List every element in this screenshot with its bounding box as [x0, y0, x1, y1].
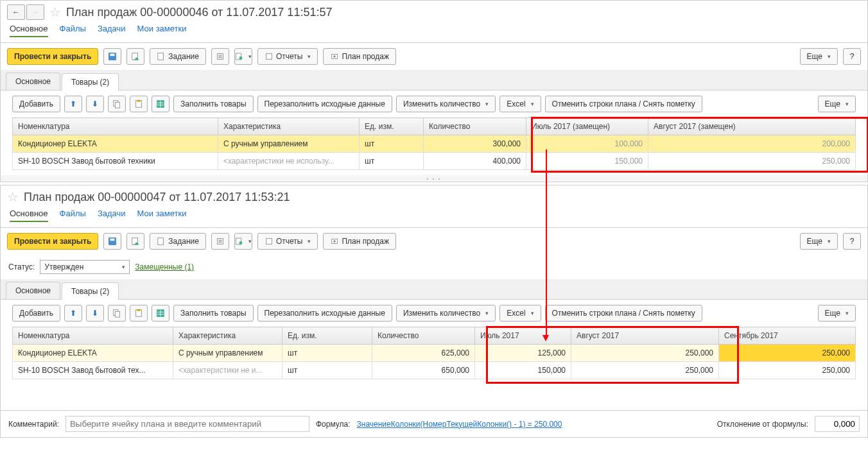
replaced-link[interactable]: Замещенные (1) — [135, 262, 194, 271]
subtab-main[interactable]: Основное — [6, 282, 60, 299]
table-icon-button[interactable] — [152, 96, 169, 112]
tab-main[interactable]: Основное — [10, 209, 48, 222]
splitter[interactable]: • • • — [1, 175, 867, 182]
title-bar: ☆ План продаж 00-00000047 от 11.07.2017 … — [1, 185, 867, 209]
table-icon-button[interactable] — [152, 305, 169, 322]
main-toolbar: Провести и закрыть Задание Отчеты План п… — [1, 228, 867, 255]
table-1: Номенклатура Характеристика Ед. изм. Кол… — [1, 117, 867, 175]
comment-input[interactable] — [65, 416, 309, 432]
col-unit[interactable]: Ед. изм. — [360, 118, 424, 135]
refill-button[interactable]: Перезаполнить исходные данные — [257, 96, 392, 112]
copy-button[interactable] — [108, 96, 126, 112]
list-button[interactable] — [211, 233, 229, 250]
move-up-button[interactable]: ⬆ — [64, 305, 82, 322]
excel-button[interactable]: Excel — [499, 305, 541, 322]
col-sep[interactable]: Сентябрь 2017 — [719, 327, 856, 345]
svg-rect-37 — [137, 309, 140, 311]
sales-plan-button[interactable]: План продаж — [323, 233, 396, 250]
col-nom[interactable]: Номенклатура — [13, 327, 173, 345]
table-row[interactable]: Кондиционер ELEKTA С ручным управлением … — [13, 135, 856, 153]
change-qty-button[interactable]: Изменить количество — [396, 305, 496, 322]
svg-rect-16 — [137, 100, 140, 102]
subtab-main[interactable]: Основное — [6, 73, 60, 90]
table-more-button[interactable]: Еще — [818, 305, 856, 322]
main-toolbar: Провести и закрыть Задание Отчеты План п… — [1, 43, 867, 70]
tab-notes[interactable]: Мои заметки — [137, 24, 187, 37]
deviation-input[interactable] — [815, 416, 860, 432]
save-button[interactable] — [103, 233, 121, 250]
reports-button[interactable]: Отчеты — [257, 48, 318, 65]
more-button[interactable]: Еще — [800, 48, 838, 65]
sub-tabs: Основное Товары (2) — [1, 279, 867, 300]
help-button[interactable]: ? — [843, 233, 861, 250]
tab-tasks[interactable]: Задачи — [98, 24, 126, 37]
table-row[interactable]: Кондиционер ELEKTA С ручным управлением … — [13, 345, 856, 362]
col-qty[interactable]: Количество — [372, 327, 475, 345]
post-close-button[interactable]: Провести и закрыть — [7, 48, 98, 65]
excel-button[interactable]: Excel — [499, 96, 541, 112]
status-label: Статус: — [8, 262, 35, 271]
table-row[interactable]: SH-10 BOSCH Завод бытовой техники <харак… — [13, 153, 856, 170]
back-button[interactable]: ← — [7, 4, 25, 20]
more-button[interactable]: Еще — [800, 233, 838, 250]
save-button[interactable] — [103, 48, 121, 65]
fill-goods-button[interactable]: Заполнить товары — [173, 305, 254, 322]
col-aug[interactable]: Август 2017 — [571, 327, 719, 345]
list-button[interactable] — [211, 48, 229, 65]
move-down-button[interactable]: ⬇ — [86, 96, 104, 112]
fill-goods-button[interactable]: Заполнить товары — [173, 96, 254, 112]
svg-point-33 — [334, 240, 336, 243]
table-row[interactable]: SH-10 BOSCH Завод бытовой тех... <характ… — [13, 362, 856, 379]
change-qty-button[interactable]: Изменить количество — [396, 96, 496, 112]
add-button[interactable]: Добавить — [12, 305, 60, 322]
refill-button[interactable]: Перезаполнить исходные данные — [257, 305, 392, 322]
tab-notes[interactable]: Мои заметки — [137, 209, 187, 222]
tab-main[interactable]: Основное — [10, 24, 48, 37]
paste-button[interactable] — [130, 305, 148, 322]
move-down-button[interactable]: ⬇ — [86, 305, 104, 322]
task-button[interactable]: Задание — [150, 233, 206, 250]
post-button[interactable] — [126, 48, 144, 65]
table-2: Номенклатура Характеристика Ед. изм. Кол… — [1, 327, 867, 410]
add-button[interactable]: Добавить — [12, 96, 60, 112]
post-button[interactable] — [126, 233, 144, 250]
formula-link[interactable]: ЗначениеКолонки(НомерТекущейКолонки() - … — [357, 420, 562, 429]
document-2: ☆ План продаж 00-00000047 от 11.07.2017 … — [0, 185, 868, 438]
star-icon[interactable]: ☆ — [7, 189, 19, 205]
task-button[interactable]: Задание — [150, 48, 206, 65]
copy-button[interactable] — [108, 305, 126, 322]
status-select[interactable]: Утвержден▾ — [40, 260, 130, 274]
col-nom[interactable]: Номенклатура — [13, 118, 218, 135]
svg-rect-35 — [115, 311, 119, 317]
col-char[interactable]: Характеристика — [173, 327, 282, 345]
tab-tasks[interactable]: Задачи — [98, 209, 126, 222]
col-char[interactable]: Характеристика — [218, 118, 360, 135]
tab-files[interactable]: Файлы — [60, 209, 86, 222]
help-button[interactable]: ? — [843, 48, 861, 65]
svg-rect-24 — [158, 238, 164, 245]
paste-button[interactable] — [130, 96, 148, 112]
link-button[interactable] — [234, 233, 252, 250]
star-icon[interactable]: ☆ — [49, 4, 61, 20]
col-jul[interactable]: Июль 2017 (замещен) — [526, 118, 648, 135]
table-more-button[interactable]: Еще — [818, 96, 856, 112]
forward-button[interactable]: → — [26, 4, 44, 20]
cancel-rows-button[interactable]: Отменить строки плана / Снять пометку — [545, 305, 702, 322]
svg-point-12 — [334, 55, 336, 58]
move-up-button[interactable]: ⬆ — [64, 96, 82, 112]
col-qty[interactable]: Количество — [424, 118, 526, 135]
reports-button[interactable]: Отчеты — [257, 233, 318, 250]
post-close-button[interactable]: Провести и закрыть — [7, 233, 98, 250]
link-button[interactable] — [234, 48, 252, 65]
deviation-label: Отклонение от формулы: — [717, 420, 808, 429]
sales-plan-button[interactable]: План продаж — [323, 48, 396, 65]
subtab-goods[interactable]: Товары (2) — [62, 282, 119, 300]
tab-files[interactable]: Файлы — [60, 24, 86, 37]
table-toolbar: Добавить ⬆ ⬇ Заполнить товары Перезаполн… — [1, 90, 867, 117]
subtab-goods[interactable]: Товары (2) — [62, 73, 119, 90]
col-jul[interactable]: Июль 2017 — [475, 327, 571, 345]
cancel-rows-button[interactable]: Отменить строки плана / Снять пометку — [545, 96, 702, 112]
col-unit[interactable]: Ед. изм. — [282, 327, 372, 345]
svg-point-30 — [239, 241, 242, 245]
col-aug[interactable]: Август 2017 (замещен) — [648, 118, 856, 135]
